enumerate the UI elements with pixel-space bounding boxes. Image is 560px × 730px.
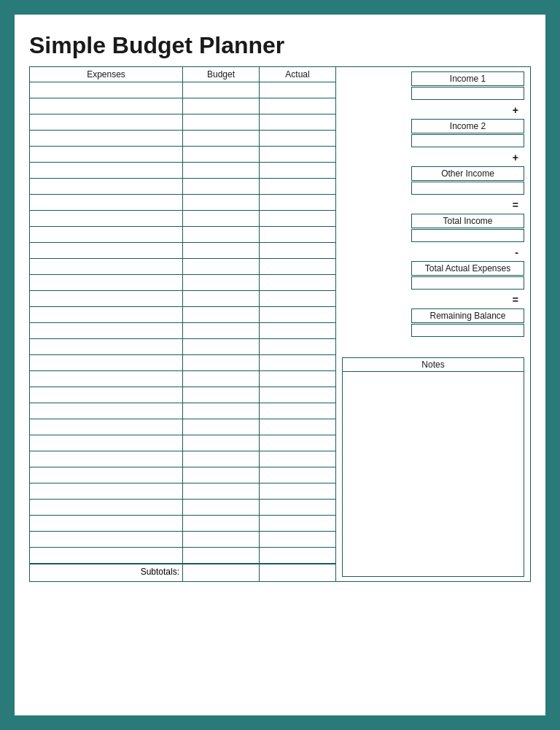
total-income-label: Total Income bbox=[411, 214, 524, 228]
notes-section: Notes bbox=[342, 357, 524, 577]
table-row[interactable] bbox=[30, 291, 335, 307]
col-actual-header: Actual bbox=[260, 67, 335, 82]
total-actual-expenses-label: Total Actual Expenses bbox=[411, 261, 524, 276]
other-income-label: Other Income bbox=[411, 166, 524, 181]
col-budget-header: Budget bbox=[183, 67, 260, 82]
table-row[interactable] bbox=[30, 131, 335, 147]
subtotals-budget-input[interactable] bbox=[183, 564, 260, 581]
other-income-value[interactable] bbox=[411, 182, 524, 195]
income2-value[interactable] bbox=[411, 134, 524, 147]
page-title: Simple Budget Planner bbox=[29, 32, 531, 59]
notes-label: Notes bbox=[342, 357, 524, 372]
col-expenses-header: Expenses bbox=[30, 67, 183, 82]
subtotals-label: Subtotals: bbox=[30, 564, 183, 581]
other-income-block: Other Income bbox=[342, 166, 524, 195]
table-row[interactable] bbox=[30, 532, 335, 548]
remaining-balance-label: Remaining Balance bbox=[411, 308, 524, 323]
table-row[interactable] bbox=[30, 147, 335, 163]
total-actual-expenses-value[interactable] bbox=[411, 276, 524, 290]
table-row[interactable] bbox=[30, 323, 335, 339]
table-row[interactable] bbox=[30, 387, 335, 403]
remaining-balance-value[interactable] bbox=[411, 324, 524, 337]
table-row[interactable] bbox=[30, 195, 335, 211]
table-row[interactable] bbox=[30, 451, 335, 467]
income1-value[interactable] bbox=[411, 87, 524, 100]
remaining-balance-block: Remaining Balance bbox=[342, 308, 524, 337]
income2-block: Income 2 bbox=[342, 119, 524, 147]
plus1-operator: + bbox=[342, 101, 524, 119]
equals2-operator: = bbox=[342, 291, 524, 308]
table-row[interactable] bbox=[30, 259, 335, 275]
income2-label: Income 2 bbox=[411, 119, 524, 133]
table-row[interactable] bbox=[30, 467, 335, 484]
table-row[interactable] bbox=[30, 548, 335, 564]
total-income-value[interactable] bbox=[411, 229, 524, 242]
table-row[interactable] bbox=[30, 82, 335, 98]
table-row[interactable] bbox=[30, 339, 335, 355]
equals1-operator: = bbox=[342, 196, 524, 214]
right-section: Income 1 + Income 2 + Other Income = bbox=[336, 67, 530, 581]
table-row[interactable] bbox=[30, 355, 335, 371]
subtotals-actual-input[interactable] bbox=[260, 564, 335, 581]
notes-content[interactable] bbox=[342, 372, 524, 577]
table-row[interactable] bbox=[30, 163, 335, 179]
table-row[interactable] bbox=[30, 516, 335, 532]
total-actual-expenses-block: Total Actual Expenses bbox=[342, 261, 524, 290]
table-row[interactable] bbox=[30, 275, 335, 291]
table-row[interactable] bbox=[30, 307, 335, 323]
subtotals-row: Subtotals: bbox=[30, 564, 335, 581]
table-row[interactable] bbox=[30, 435, 335, 451]
expenses-header: Expenses Budget Actual bbox=[30, 67, 335, 82]
expenses-section: Expenses Budget Actual bbox=[30, 67, 336, 581]
main-layout: Expenses Budget Actual bbox=[29, 66, 531, 582]
total-income-block: Total Income bbox=[342, 214, 524, 242]
income1-label: Income 1 bbox=[411, 71, 524, 86]
table-row[interactable] bbox=[30, 98, 335, 114]
table-row[interactable] bbox=[30, 371, 335, 387]
table-row[interactable] bbox=[30, 500, 335, 516]
table-row[interactable] bbox=[30, 484, 335, 500]
minus-operator: - bbox=[342, 244, 524, 261]
table-row[interactable] bbox=[30, 114, 335, 131]
page: Simple Budget Planner Expenses Budget Ac… bbox=[15, 15, 545, 715]
table-row[interactable] bbox=[30, 179, 335, 195]
table-row[interactable] bbox=[30, 211, 335, 227]
table-row[interactable] bbox=[30, 419, 335, 435]
table-row[interactable] bbox=[30, 403, 335, 419]
plus2-operator: + bbox=[342, 149, 524, 166]
income1-block: Income 1 bbox=[342, 71, 524, 100]
table-row[interactable] bbox=[30, 243, 335, 259]
table-row[interactable] bbox=[30, 227, 335, 243]
